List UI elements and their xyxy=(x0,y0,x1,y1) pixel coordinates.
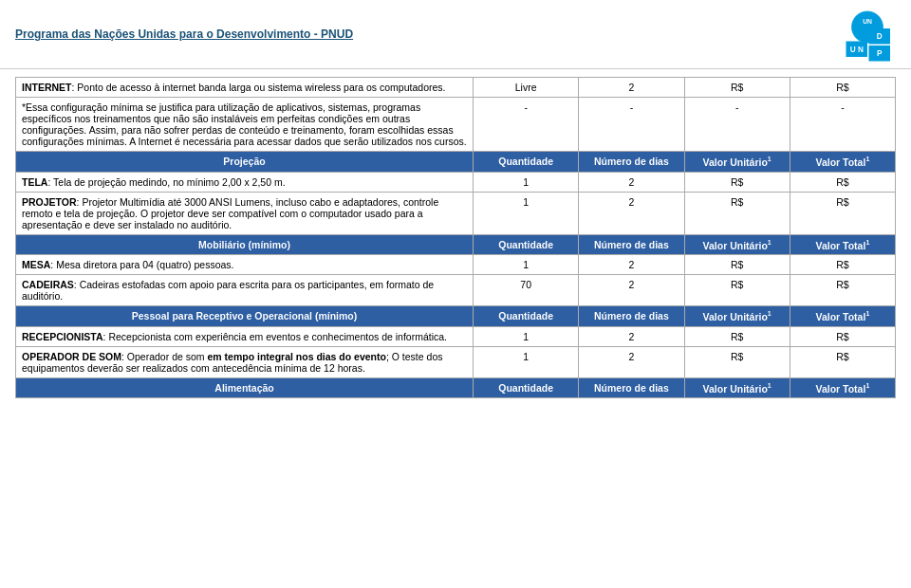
row-desc: CADEIRAS: Cadeiras estofadas com apoio p… xyxy=(16,275,474,306)
table-row: MESA: Mesa diretora para 04 (quatro) pes… xyxy=(16,255,896,275)
inline-bold: em tempo integral nos dias do evento xyxy=(207,351,385,362)
row-unit: R$ xyxy=(684,172,790,192)
row-desc: MESA: Mesa diretora para 04 (quatro) pes… xyxy=(16,255,474,275)
row-qty: 1 xyxy=(474,346,579,377)
col-header-qty: Quantidade xyxy=(474,377,579,398)
logo-area: UN D P U N D P xyxy=(839,6,896,63)
row-total: R$ xyxy=(790,275,895,306)
row-desc: OPERADOR DE SOM: Operador de som em temp… xyxy=(16,346,474,377)
row-total: - xyxy=(790,98,895,152)
table-row: INTERNET: Ponto de acesso à internet ban… xyxy=(16,78,896,98)
main-content: INTERNET: Ponto de acesso à internet ban… xyxy=(0,69,911,406)
row-desc: PROJETOR: Projetor Multimídia até 3000 A… xyxy=(16,192,474,234)
table-row: TELA: Tela de projeção medindo, no mínim… xyxy=(16,172,896,192)
section-label: Mobiliário (mínimo) xyxy=(16,234,474,255)
row-days: - xyxy=(579,98,684,152)
page-title: Programa das Nações Unidas para o Desenv… xyxy=(15,28,353,41)
row-desc: RECEPCIONISTA: Recepcionista com experiê… xyxy=(16,326,474,346)
table-row: *Essa configuração mínima se justifica p… xyxy=(16,98,896,152)
section-label: Alimentação xyxy=(16,377,474,398)
row-qty: 1 xyxy=(474,192,579,234)
table-row: OPERADOR DE SOM: Operador de som em temp… xyxy=(16,346,896,377)
section-label: Projeção xyxy=(16,152,474,173)
row-total: R$ xyxy=(790,346,895,377)
row-unit: R$ xyxy=(684,326,790,346)
main-table: INTERNET: Ponto de acesso à internet ban… xyxy=(15,77,896,398)
row-total: R$ xyxy=(790,78,895,98)
col-header-unit: Valor Unitário1 xyxy=(684,306,790,327)
row-days: 2 xyxy=(579,78,684,98)
row-desc: TELA: Tela de projeção medindo, no mínim… xyxy=(16,172,474,192)
col-header-unit: Valor Unitário1 xyxy=(684,234,790,255)
section-header-row: Mobiliário (mínimo) Quantidade Número de… xyxy=(16,234,896,255)
undp-logo: UN D P U N D P xyxy=(839,6,896,63)
row-days: 2 xyxy=(579,326,684,346)
section-header-row: Projeção Quantidade Número de dias Valor… xyxy=(16,152,896,173)
row-days: 2 xyxy=(579,172,684,192)
col-header-days: Número de dias xyxy=(579,377,684,398)
row-days: 2 xyxy=(579,255,684,275)
row-qty: Livre xyxy=(474,78,579,98)
row-unit: R$ xyxy=(684,78,790,98)
row-desc: *Essa configuração mínima se justifica p… xyxy=(16,98,474,152)
svg-text:UN: UN xyxy=(863,18,872,25)
col-header-days: Número de dias xyxy=(579,306,684,327)
row-unit: R$ xyxy=(684,192,790,234)
col-header-total: Valor Total1 xyxy=(790,306,895,327)
row-bold-label: MESA xyxy=(22,259,50,270)
section-label: Pessoal para Receptivo e Operacional (mí… xyxy=(16,306,474,327)
row-days: 2 xyxy=(579,346,684,377)
row-qty: 1 xyxy=(474,326,579,346)
col-header-days: Número de dias xyxy=(579,234,684,255)
section-header-row: Pessoal para Receptivo e Operacional (mí… xyxy=(16,306,896,327)
svg-text:U N: U N xyxy=(850,46,864,54)
col-header-days: Número de dias xyxy=(579,152,684,173)
table-row: PROJETOR: Projetor Multimídia até 3000 A… xyxy=(16,192,896,234)
col-header-total: Valor Total1 xyxy=(790,152,895,173)
header: Programa das Nações Unidas para o Desenv… xyxy=(0,0,911,69)
row-unit: R$ xyxy=(684,255,790,275)
col-header-qty: Quantidade xyxy=(474,152,579,173)
row-bold-label: RECEPCIONISTA xyxy=(22,331,103,342)
col-header-total: Valor Total1 xyxy=(790,234,895,255)
col-header-qty: Quantidade xyxy=(474,306,579,327)
row-days: 2 xyxy=(579,275,684,306)
row-total: R$ xyxy=(790,192,895,234)
row-bold-label: CADEIRAS xyxy=(22,279,74,290)
row-total: R$ xyxy=(790,255,895,275)
col-header-unit: Valor Unitário1 xyxy=(684,377,790,398)
row-desc: INTERNET: Ponto de acesso à internet ban… xyxy=(16,78,474,98)
row-qty: 70 xyxy=(474,275,579,306)
row-qty: - xyxy=(474,98,579,152)
svg-text:D: D xyxy=(877,32,883,41)
col-header-unit: Valor Unitário1 xyxy=(684,152,790,173)
col-header-qty: Quantidade xyxy=(474,234,579,255)
row-unit: R$ xyxy=(684,275,790,306)
row-bold-label: INTERNET xyxy=(22,82,72,93)
row-bold-label: TELA xyxy=(22,176,47,188)
row-bold-label: PROJETOR xyxy=(22,196,77,208)
row-qty: 1 xyxy=(474,255,579,275)
svg-text:P: P xyxy=(877,49,883,58)
table-row: CADEIRAS: Cadeiras estofadas com apoio p… xyxy=(16,275,896,306)
row-days: 2 xyxy=(579,192,684,234)
table-row: RECEPCIONISTA: Recepcionista com experiê… xyxy=(16,326,896,346)
row-total: R$ xyxy=(790,172,895,192)
row-unit: R$ xyxy=(684,346,790,377)
row-bold-label: OPERADOR DE SOM xyxy=(22,351,121,362)
col-header-total: Valor Total1 xyxy=(790,377,895,398)
row-unit: - xyxy=(684,98,790,152)
row-qty: 1 xyxy=(474,172,579,192)
section-header-row: Alimentação Quantidade Número de dias Va… xyxy=(16,377,896,398)
row-total: R$ xyxy=(790,326,895,346)
